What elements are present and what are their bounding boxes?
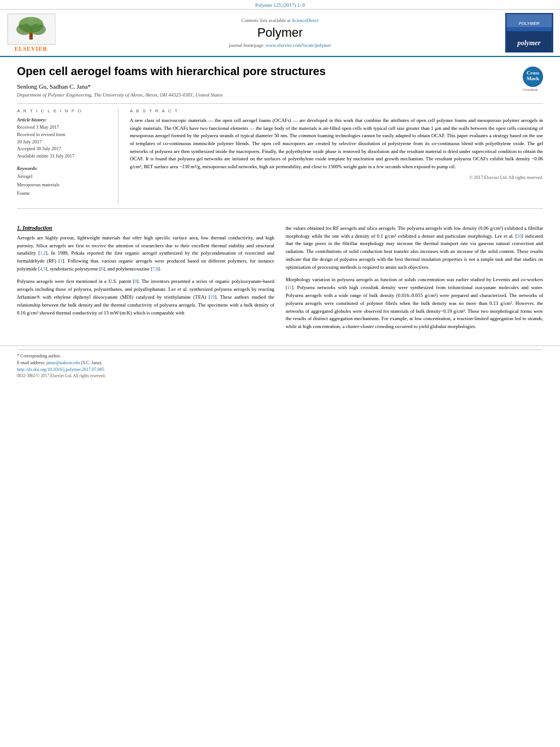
author-names: Senlong Gu, Sadhan C. Jana*: [17, 83, 91, 90]
main-content: Cross Mark CrossMark Open cell aerogel f…: [0, 57, 560, 219]
history-label: Article history:: [17, 117, 111, 123]
svg-point-6: [37, 20, 42, 25]
received-revised-date: 20 July 2017: [17, 138, 111, 146]
ref-9[interactable]: 9: [134, 279, 137, 284]
doi-link[interactable]: http://dx.doi.org/10.1016/j.polymer.2017…: [17, 367, 104, 372]
polymer-logo-svg: polymer POLYMER: [505, 14, 553, 51]
ref-4-5[interactable]: 4,5: [40, 267, 46, 272]
crossmark-label: CrossMark: [523, 88, 543, 91]
elsevier-tree-svg: [8, 15, 54, 44]
sciencedirect-link[interactable]: ScienceDirect: [292, 18, 319, 23]
svg-text:Mark: Mark: [527, 76, 539, 81]
intro-heading: 1. Introduction: [17, 225, 274, 231]
section-divider: [17, 208, 543, 209]
elsevier-tree-logo: [7, 14, 55, 45]
ref-3[interactable]: 3: [60, 259, 63, 264]
svg-rect-4: [29, 33, 33, 40]
keyword-1: Aerogel: [17, 172, 111, 181]
keyword-3: Foams: [17, 189, 111, 198]
page-footer: * Corresponding author. E-mail address: …: [0, 346, 560, 382]
svg-point-7: [29, 17, 33, 21]
intro-para2: Polyurea aerogels were first mentioned i…: [17, 278, 274, 317]
ref-10b[interactable]: 10: [517, 234, 522, 239]
ref-11[interactable]: 11: [287, 285, 292, 290]
right-para2: Morphology variation in polyurea aerogel…: [286, 276, 543, 331]
accepted-date: Accepted 30 July 2017: [17, 145, 111, 152]
homepage-link[interactable]: www.elsevier.com/locate/polymer: [266, 42, 331, 48]
header-divider: [17, 103, 543, 104]
keywords-label: Keywords:: [17, 165, 111, 171]
svg-text:Cross: Cross: [527, 70, 539, 76]
right-para1: the values obtained for RF aerogels and …: [286, 225, 543, 272]
ref-6[interactable]: 6: [101, 267, 103, 272]
article-history-block: Article history: Received 3 May 2017 Rec…: [17, 117, 111, 160]
body-left-column: 1. Introduction Aerogels are highly poro…: [17, 225, 274, 336]
journal-title: Polymer: [62, 25, 498, 40]
copyright-line: © 2017 Elsevier Ltd. All rights reserved…: [130, 175, 543, 180]
svg-rect-10: [508, 15, 550, 31]
received-date: Received 3 May 2017: [17, 124, 111, 131]
corresponding-author-note: * Corresponding author.: [17, 353, 543, 359]
keyword-2: Mesoporous materials: [17, 181, 111, 189]
available-date: Available online 31 July 2017: [17, 152, 111, 160]
intro-para1: Aerogels are highly porous, lightweight …: [17, 234, 274, 273]
abstract-label: A B S T R A C T: [130, 108, 543, 113]
polymer-logo: polymer POLYMER: [505, 13, 553, 53]
svg-text:polymer: polymer: [517, 39, 540, 47]
email-link[interactable]: janas@uakron.edu: [46, 360, 80, 365]
journal-header: ELSEVIER Contents lists available at Sci…: [0, 10, 560, 57]
article-info-column: A R T I C L E I N F O Article history: R…: [17, 108, 119, 204]
contents-line: Contents lists available at ScienceDirec…: [62, 18, 498, 23]
crossmark-svg: Cross Mark: [523, 67, 543, 87]
elsevier-text: ELSEVIER: [15, 46, 48, 52]
citation-bar: Polymer 125 (2017) 1–9: [0, 0, 560, 10]
affiliation: Department of Polymer Engineering, The U…: [17, 92, 543, 98]
keywords-block: Keywords: Aerogel Mesoporous materials F…: [17, 165, 111, 198]
authors: Senlong Gu, Sadhan C. Jana*: [17, 83, 543, 90]
crossmark-icon: Cross Mark: [523, 67, 543, 87]
abstract-column: A B S T R A C T A new class of macroscop…: [130, 108, 543, 204]
footer-divider: [17, 350, 543, 350]
ref-1-2[interactable]: 1,2: [40, 251, 46, 256]
elsevier-logo-area: ELSEVIER: [6, 14, 56, 52]
info-abstract-columns: A R T I C L E I N F O Article history: R…: [17, 108, 543, 204]
article-title: Open cell aerogel foams with hierarchica…: [17, 64, 543, 78]
article-info-label: A R T I C L E I N F O: [17, 108, 111, 113]
crossmark-area: Cross Mark CrossMark: [523, 67, 543, 91]
svg-text:POLYMER: POLYMER: [518, 21, 539, 26]
ref-10[interactable]: 10: [211, 295, 215, 300]
email-note: E-mail address: janas@uakron.edu (S.C. J…: [17, 360, 543, 365]
journal-center: Contents lists available at ScienceDirec…: [62, 18, 498, 48]
body-content: 1. Introduction Aerogels are highly poro…: [0, 219, 560, 342]
issn-line: 0032-3861/© 2017 Elsevier Ltd. All right…: [17, 373, 543, 378]
abstract-text: A new class of macroscopic materials — t…: [130, 117, 543, 171]
citation-text: Polymer 125 (2017) 1–9: [255, 2, 305, 8]
homepage-line: journal homepage: www.elsevier.com/locat…: [62, 42, 498, 48]
received-revised-label: Received in revised form: [17, 131, 111, 138]
svg-point-5: [20, 20, 25, 25]
polymer-logo-box: polymer POLYMER: [504, 13, 554, 53]
body-right-column: the values obtained for RF aerogels and …: [286, 225, 543, 336]
doi-line: http://dx.doi.org/10.1016/j.polymer.2017…: [17, 367, 543, 372]
ref-7-8[interactable]: 7,8: [152, 267, 158, 272]
